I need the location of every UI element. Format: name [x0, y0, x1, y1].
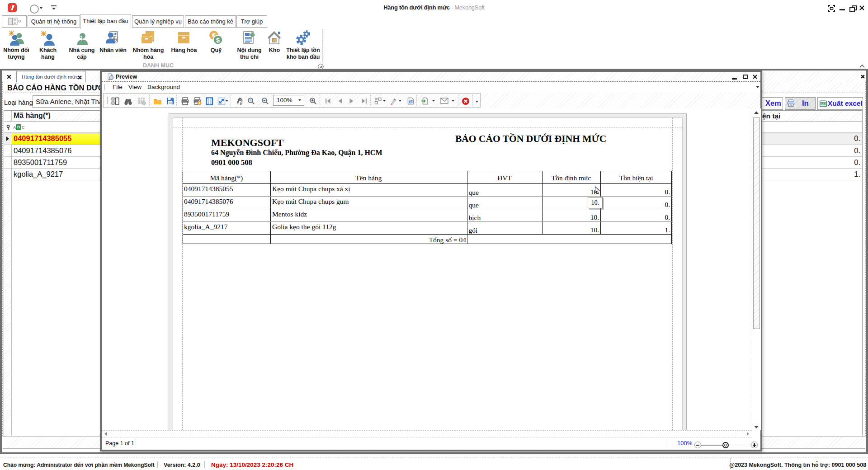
svg-text:$: $: [216, 36, 220, 44]
svg-text:XLSX: XLSX: [821, 103, 826, 105]
